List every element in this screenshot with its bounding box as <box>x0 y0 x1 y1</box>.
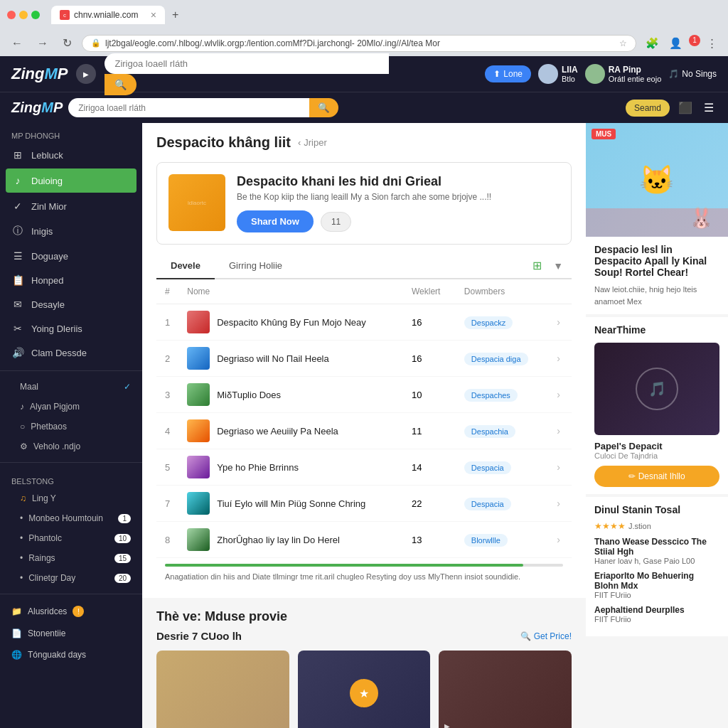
buy-button[interactable]: ✏ Desnait Ihllo <box>594 466 719 487</box>
sidebar-sub-phet[interactable]: ○ Phetbaos <box>0 417 142 437</box>
header-search: 🔍 <box>105 53 389 95</box>
sidebar-playlist-monbeo[interactable]: • Monbeo Houmtouin 1 <box>0 508 142 528</box>
new-tab-button[interactable]: + <box>172 9 178 21</box>
header-search-button[interactable]: 🔍 <box>105 74 136 95</box>
sidebar-item-desayle[interactable]: ✉ Desayle <box>0 292 142 316</box>
sidebar-item-zinl-mior[interactable]: ✓ Zinl Mior <box>0 194 142 218</box>
sidebar-label-alyan: Alyan Pigjom <box>30 402 80 412</box>
upload-button[interactable]: ⬆ Lone <box>485 65 531 82</box>
song-number: 1 <box>156 304 178 341</box>
sidebar-item-doguaye[interactable]: ☰ Doguaye <box>0 244 142 268</box>
sidebar-tonguakd[interactable]: 🌐 Tónguakd days <box>0 644 142 665</box>
song-name-cell: Degriaso we Aeuiily Pa Neela <box>178 413 403 449</box>
song-chevron-button[interactable]: › <box>557 316 560 328</box>
video-grid: ★ ▶ <box>156 651 572 728</box>
genre-tag[interactable]: Despacia diga <box>464 353 528 365</box>
header-right: ⬆ Lone LIIA Btlo RA Pinp Orátl entie eoj… <box>485 64 717 84</box>
sidebar-sub-veholo[interactable]: ⚙ Veholo .ndjo <box>0 437 142 456</box>
secondary-search-button[interactable]: 🔍 <box>309 98 338 117</box>
sidebar-stonentiie[interactable]: 📄 Stonentiie <box>0 623 142 644</box>
refresh-button[interactable]: ↻ <box>58 34 76 52</box>
song-chevron-button[interactable]: › <box>557 389 560 400</box>
browser-tab[interactable]: c chnv.wnialle.com × <box>51 6 165 24</box>
forward-button[interactable]: → <box>33 35 53 52</box>
menu-button[interactable]: ⋮ <box>703 35 721 52</box>
alusridces-icon: 📁 <box>11 606 22 616</box>
table-row[interactable]: 3 MiδTuplio Does 10 Despaches › <box>156 377 572 413</box>
menu-icon-button[interactable]: ☰ <box>701 98 717 117</box>
table-row[interactable]: 8 ZhorÛghao liy lay lin Do Herel 13 Blor… <box>156 522 572 558</box>
app-logo: ZingMP <box>11 65 68 83</box>
get-price-button[interactable]: 🔍 Get Price! <box>520 631 572 641</box>
song-chevron-button[interactable]: › <box>557 534 560 545</box>
sidebar-item-clam[interactable]: 🔊 Clam Dessde <box>0 341 142 365</box>
video-card-3[interactable]: ▶ <box>439 651 572 728</box>
sidebar-sub-alyan[interactable]: ♪ Alyan Pigjom <box>0 397 142 417</box>
table-row[interactable]: 7 Tiuí Eylo will Min Piüg Sonne Chring 2… <box>156 486 572 522</box>
sidebar-item-duioing[interactable]: ♪ Duioing <box>6 168 136 193</box>
table-row[interactable]: 4 Degriaso we Aeuiily Pa Neela 11 Despac… <box>156 413 572 449</box>
genre-tag[interactable]: Despackz <box>464 316 513 329</box>
grid-icon: ⊞ <box>11 149 24 161</box>
minimize-dot[interactable] <box>19 11 28 19</box>
share-button[interactable]: Shard Now <box>237 210 314 232</box>
genre-tag[interactable]: Despacia <box>464 461 511 474</box>
profile-button[interactable]: 👤 <box>665 35 686 52</box>
song-chevron-button[interactable]: › <box>557 498 560 509</box>
song-chevron-button[interactable]: › <box>557 425 560 437</box>
tabs-bar: Devele Girring Holiie ⊞ ▼ <box>156 253 572 279</box>
sidebar-label-phantolc: Phantolc <box>28 533 62 543</box>
sidebar-playlist-clinetgr[interactable]: • Clinetgr Day 20 <box>0 568 142 588</box>
song-action-cell: › <box>548 304 572 341</box>
progress-bar-fill <box>165 564 523 567</box>
tab-filter-button[interactable]: ▼ <box>550 257 566 274</box>
sidebar-section2-title: Belstong <box>0 469 142 488</box>
song-number: 7 <box>156 486 178 522</box>
tab-close[interactable]: × <box>151 9 156 21</box>
sidebar-sub-maal[interactable]: Maal ✓ <box>0 377 142 397</box>
sidebar-item-lebluck[interactable]: ⊞ Lebluck <box>0 143 142 167</box>
sidebar-playlist-ling[interactable]: ♫ Ling Y <box>0 488 142 508</box>
table-row[interactable]: 5 Ype ho Phie Brrinns 14 Despacia › <box>156 449 572 486</box>
song-chevron-button[interactable]: › <box>557 461 560 473</box>
song-title: Tiuí Eylo will Min Piüg Sonne Chring <box>217 498 365 509</box>
header-play-button[interactable]: ▶ <box>76 64 96 84</box>
col-num: # <box>156 279 178 304</box>
table-row[interactable]: 2 Degriaso will No Πail Heela 16 Despaci… <box>156 341 572 377</box>
sidebar-alusridces[interactable]: 📁 Alusridces ! <box>0 600 142 623</box>
album-section: 🎵 Papel's Depacit Culoci De Tajndria ✏ D… <box>594 343 719 487</box>
info-icon: ⓘ <box>11 225 24 237</box>
featured-image-inner: ldlaortc <box>168 174 225 231</box>
sidebar-item-inigis[interactable]: ⓘ Inigis <box>0 218 142 244</box>
table-row[interactable]: 1 Despacito Khûng By Fun Mojo Neay 16 De… <box>156 304 572 341</box>
search-adv-button[interactable]: Seam‌d <box>626 100 670 117</box>
genre-tag[interactable]: Despachia <box>464 425 515 438</box>
bookmark-icon[interactable]: ☆ <box>619 38 627 48</box>
che-ve-section: Thè ve: Mduse provie <box>142 598 586 630</box>
upload-icon-button[interactable]: ⬛ <box>675 98 695 117</box>
sidebar-item-honped[interactable]: 📋 Honped <box>0 268 142 292</box>
sidebar-label-desayle: Desayle <box>31 299 65 310</box>
video-card-2[interactable]: ★ <box>298 651 431 728</box>
back-button[interactable]: ← <box>7 35 27 52</box>
sidebar-playlist-phantolc[interactable]: • Phantolc 10 <box>0 528 142 548</box>
secondary-search-input[interactable] <box>68 98 309 117</box>
tab-add-button[interactable]: ⊞ <box>530 256 545 275</box>
song-name-cell: Ype ho Phie Brrinns <box>178 449 403 486</box>
close-dot[interactable] <box>7 11 16 19</box>
header-search-input[interactable] <box>105 53 389 74</box>
address-bar[interactable]: 🔒 ljt2bgal/eogle.com/.hlbog/.wlvlik.orgp… <box>82 35 636 52</box>
tab-devele[interactable]: Devele <box>156 253 215 279</box>
genre-tag[interactable]: Despaches <box>464 389 518 402</box>
sidebar-playlist-raings[interactable]: • Raings 15 <box>0 548 142 568</box>
tab-girring[interactable]: Girring Holiie <box>215 253 296 279</box>
sidebar-item-yoing[interactable]: ✂ Yoing Dleriis <box>0 316 142 341</box>
genre-tag[interactable]: Blorwllle <box>464 534 508 547</box>
video-card-1[interactable] <box>156 651 289 728</box>
song-chevron-button[interactable]: › <box>557 353 560 364</box>
song-name-cell: Degriaso will No Πail Heela <box>178 341 403 377</box>
extensions-button[interactable]: 🧩 <box>642 35 663 52</box>
maximize-dot[interactable] <box>31 11 40 19</box>
upload-label: Lone <box>503 69 523 79</box>
genre-tag[interactable]: Despacia <box>464 498 511 510</box>
